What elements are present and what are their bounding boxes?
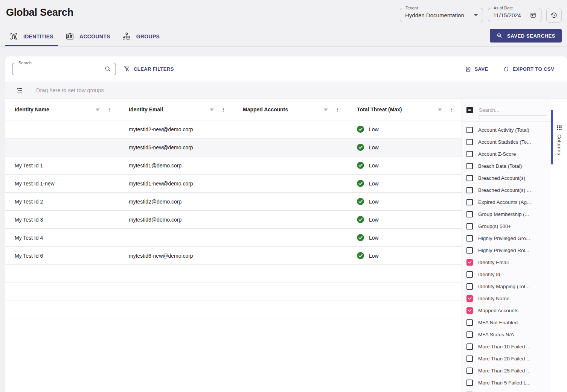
tab-accounts[interactable]: ACCOUNTS [61,28,115,46]
tab-identities[interactable]: IDENTITIES [5,28,58,46]
table-row[interactable]: My Test Id 4 Low [5,229,462,247]
column-list-item[interactable]: MFA Not Enabled [462,316,551,328]
cell-identity-email: mytestid2-new@demo.corp [119,120,233,138]
column-checkbox[interactable] [466,187,473,193]
threat-label: Low [369,181,379,187]
calendar-button[interactable] [529,11,537,19]
clear-filters-button[interactable]: CLEAR FILTERS [123,65,174,73]
column-list-item[interactable]: Group Membership (... [462,208,551,220]
column-checkbox[interactable] [466,271,473,278]
column-checkbox[interactable] [466,331,473,338]
table-row[interactable]: mytestid5-new@demo.corp Low [5,138,462,156]
cell-identity-email: mytestid2@demo.corp [119,193,233,210]
tab-groups[interactable]: GROUPS [118,28,164,46]
kebab-menu-icon[interactable] [106,106,113,113]
column-list-item[interactable]: Identity Id [462,268,551,280]
column-list-item[interactable]: Identity Email [462,256,551,268]
column-checkbox[interactable] [466,235,473,242]
column-list-item[interactable] [462,389,551,392]
table-row[interactable]: My Test Id 6 mytestid6-new@demo.corp Low [5,247,462,265]
column-checkbox[interactable] [466,356,473,362]
column-checkbox[interactable] [466,307,473,314]
id-card-icon [65,32,75,41]
column-checkbox[interactable] [466,199,473,205]
column-list-item[interactable]: Identity Name [462,292,551,304]
column-list-item[interactable]: Highly Privileged Gro... [462,232,551,244]
column-checkbox[interactable] [466,127,473,133]
table-row[interactable]: My Test Id 2 mytestid2@demo.corp Low [5,193,462,211]
filter-icon[interactable] [437,106,443,113]
column-item-label: Breached Account(s) ... [478,187,531,193]
table-row[interactable]: mytestid2-new@demo.corp Low [5,120,462,138]
column-list-item[interactable]: Account Z-Score [462,148,551,160]
column-list-item[interactable]: More Than 25 Failed ... [462,365,551,377]
saved-searches-button[interactable]: SAVED SEARCHES [490,29,562,43]
grid-search-field[interactable]: Search [12,63,116,75]
row-group-panel[interactable]: Drag here to set row groups [5,82,567,99]
tenant-select[interactable]: Tenant Hydden Documentation [400,8,483,22]
save-button[interactable]: SAVE [465,66,488,73]
cell-identity-email: mytestid5-new@demo.corp [119,138,233,156]
column-checkbox[interactable] [466,283,473,290]
column-checkbox[interactable] [466,319,473,326]
column-list-item[interactable]: More Than 20 Failed ... [462,352,551,365]
column-checkbox[interactable] [466,295,473,302]
column-header[interactable]: Total Threat (Max) [348,99,462,120]
column-list-item[interactable]: Mapped Accounts [462,304,551,316]
column-header-label: Total Threat (Max) [357,106,431,112]
as-of-date-field[interactable]: As of Date [488,8,541,22]
check-circle-icon [357,144,364,151]
column-list-item[interactable]: Group(s) 500+ [462,220,551,232]
column-checkbox[interactable] [466,223,473,229]
column-list-item[interactable]: Account Activity (Total) [462,124,551,136]
filter-icon[interactable] [209,106,215,113]
export-to-csv-button[interactable]: EXPORT TO CSV [503,66,554,73]
kebab-menu-icon[interactable] [220,106,227,113]
column-checkbox[interactable] [466,163,473,169]
column-list-item[interactable]: More Than 5 Failed L... [462,377,551,389]
column-item-label: MFA Not Enabled [478,320,518,325]
column-checkbox[interactable] [466,343,473,350]
column-list-item[interactable]: Breached Account(s) ... [462,184,551,196]
columns-tab-button[interactable]: Columns [556,125,562,155]
cell-total-threat: Low [348,138,462,156]
column-list-item[interactable]: MFA Status N/A [462,328,551,340]
column-checkbox[interactable] [466,211,473,217]
export-to-csv-label: EXPORT TO CSV [513,66,554,72]
kebab-menu-icon[interactable] [334,106,341,113]
column-list-item[interactable]: Expired Accounts (Ag... [462,196,551,208]
column-checkbox[interactable] [466,368,473,374]
cell-total-threat: Low [348,193,462,210]
column-checkbox[interactable] [466,259,473,266]
as-of-date-input[interactable] [493,12,526,18]
columns-search-input[interactable] [478,105,546,116]
column-list-item[interactable]: Identity Mapping (Tot... [462,280,551,292]
table-row[interactable]: My Test Id 3 mytestid3@demo.corp Low [5,211,462,229]
column-checkbox[interactable] [466,175,473,181]
history-button[interactable] [546,8,562,23]
data-grid: Identity Name Identity Email Mapped Acco… [5,99,567,392]
column-checkbox[interactable] [466,247,473,254]
column-header[interactable]: Identity Name [5,99,119,120]
column-list-item[interactable]: Account Statistics (To... [462,136,551,148]
indeterminate-minus-icon [468,109,471,110]
column-item-label: More Than 5 Failed L... [478,380,530,386]
column-checkbox[interactable] [466,380,473,386]
column-list-item[interactable]: More Than 10 Failed ... [462,340,551,352]
column-list-item[interactable]: Highly Privileged Rol... [462,244,551,256]
filter-icon[interactable] [323,106,329,113]
cell-identity-name [5,120,119,138]
grid-search-input[interactable] [17,66,104,73]
panel-scrollbar-thumb[interactable] [551,110,553,164]
column-checkbox[interactable] [466,151,473,157]
select-all-columns-checkbox[interactable] [466,107,473,113]
column-list-item[interactable]: Breach Data (Total) [462,160,551,172]
filter-icon[interactable] [94,106,101,113]
table-row[interactable]: My Test Id 1-new mytestid1-new@demo.corp… [5,175,462,193]
column-header[interactable]: Identity Email [119,99,233,120]
column-checkbox[interactable] [466,139,473,145]
kebab-menu-icon[interactable] [448,106,455,113]
column-header[interactable]: Mapped Accounts [233,99,348,120]
table-row[interactable]: My Test Id 1 mytestid1@demo.corp Low [5,156,462,175]
column-list-item[interactable]: Breached Account(s) [462,172,551,184]
